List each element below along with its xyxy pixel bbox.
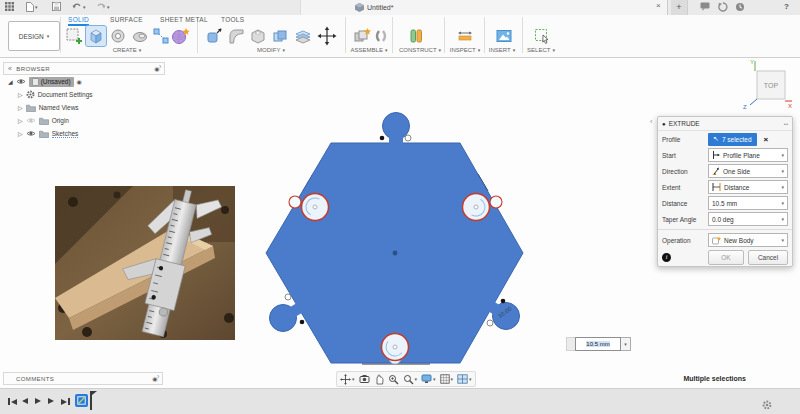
shell-icon[interactable] — [248, 26, 268, 46]
taper-angle-input[interactable]: 0.0 deg ▾ — [708, 212, 788, 226]
insert-image-icon[interactable] — [494, 26, 514, 46]
look-at-tool-icon[interactable] — [359, 374, 370, 384]
eye-visible-icon[interactable] — [26, 130, 36, 137]
display-settings-icon[interactable]: ▾ — [421, 374, 436, 384]
help-icon[interactable]: ? — [784, 2, 789, 11]
view-cube[interactable]: TOP Y X Z — [740, 56, 796, 110]
comment-bubble-icon[interactable] — [700, 2, 710, 11]
group-create[interactable]: CREATE▾ — [64, 47, 190, 53]
browser-root-row[interactable]: ◢ (Unsaved) ◉ — [8, 76, 82, 87]
timeline-sketch-feature[interactable] — [75, 394, 88, 407]
sketch-point-selected[interactable] — [300, 320, 305, 325]
extrude-icon[interactable] — [86, 26, 106, 46]
design-workspace-selector[interactable]: DESIGN▾ — [8, 21, 60, 51]
browser-item-document-settings[interactable]: ▷ Document Settings — [18, 89, 93, 100]
extrude-dialog-header[interactable]: ● EXTRUDE •• — [658, 117, 792, 131]
construct-plane-icon[interactable] — [406, 26, 426, 46]
sketch-point-selected[interactable] — [501, 299, 506, 304]
sketch-point-selected[interactable] — [380, 136, 385, 141]
pattern-points-icon[interactable] — [151, 26, 171, 46]
job-status-icon[interactable] — [718, 2, 728, 12]
group-construct[interactable]: CONSTRUCT▾ — [392, 47, 448, 53]
comments-panel-header[interactable]: COMMENTS ◉ — [3, 372, 163, 385]
dialog-pin-icon[interactable]: •• — [784, 121, 788, 127]
info-icon[interactable]: i — [662, 253, 671, 262]
operation-dropdown[interactable]: New Body ▾ — [708, 233, 788, 247]
redo-icon[interactable]: ▾ — [96, 2, 110, 11]
clear-selection-icon[interactable]: × — [764, 135, 769, 144]
tab-solid[interactable]: SOLID — [68, 16, 89, 26]
pan-tool-icon[interactable] — [374, 374, 384, 385]
activate-radio-icon[interactable]: ◉ — [77, 78, 82, 85]
zoom-window-tool-icon[interactable] — [388, 374, 399, 385]
timeline-step-back-button[interactable] — [22, 398, 28, 404]
extent-dropdown[interactable]: Distance ▾ — [708, 180, 788, 194]
new-tab-icon[interactable]: + — [671, 0, 688, 15]
canvas-distance-input[interactable]: 10.5 mm ▾ — [566, 337, 631, 351]
distance-value-field[interactable]: 10.5 mm — [575, 337, 621, 351]
group-assemble[interactable]: ASSEMBLE▾ — [346, 47, 392, 53]
browser-collapse-icon[interactable]: « — [8, 65, 12, 72]
group-select[interactable]: SELECT▾ — [520, 47, 562, 53]
joint-icon[interactable] — [371, 26, 391, 46]
new-component-icon[interactable] — [352, 26, 372, 46]
expand-icon[interactable]: ▷ — [18, 130, 23, 137]
select-tool-icon[interactable] — [532, 26, 552, 46]
timeline-step-forward-button[interactable] — [48, 398, 54, 404]
group-modify[interactable]: MODIFY▾ — [204, 47, 338, 53]
timeline-go-to-end-button[interactable] — [61, 398, 70, 405]
group-inspect[interactable]: INSPECT▾ — [444, 47, 486, 53]
video-overlay[interactable] — [55, 186, 235, 340]
sketch-point[interactable] — [487, 320, 493, 326]
distance-input[interactable]: 10.5 mm ▾ — [708, 196, 788, 210]
eye-hidden-icon[interactable] — [26, 117, 36, 124]
tab-surface[interactable]: SURFACE — [110, 16, 143, 23]
tab-tools[interactable]: TOOLS — [221, 16, 244, 23]
app-grid-icon[interactable] — [5, 2, 14, 11]
ok-button[interactable]: OK — [708, 250, 744, 265]
browser-expand-chevron-icon[interactable]: › — [159, 63, 161, 70]
expand-icon[interactable]: ▷ — [18, 104, 23, 111]
timeline-play-button[interactable] — [35, 398, 41, 404]
view-cube-top-face[interactable]: TOP — [764, 82, 779, 89]
document-tab-title[interactable]: Untitled* — [355, 3, 393, 12]
recent-clock-icon[interactable] — [735, 2, 745, 12]
grid-layout-icon[interactable]: ▾ — [440, 374, 454, 384]
direction-dropdown[interactable]: One Side ▾ — [708, 164, 788, 178]
measure-icon[interactable] — [455, 26, 475, 46]
dialog-collapse-chevron-icon[interactable]: ‹ — [650, 118, 652, 125]
distance-field-dropdown[interactable]: ▾ — [621, 337, 631, 351]
comments-expand-chevron-icon[interactable]: › — [157, 373, 159, 380]
browser-panel-header[interactable]: « BROWSER ◉ — [3, 62, 165, 75]
browser-item-origin[interactable]: ▷ Origin — [18, 115, 69, 126]
expand-icon[interactable]: ▷ — [18, 117, 23, 124]
eye-visible-icon[interactable] — [16, 78, 26, 85]
cancel-button[interactable]: Cancel — [748, 250, 788, 265]
move-copy-icon[interactable] — [317, 26, 337, 46]
fillet-icon[interactable] — [226, 26, 246, 46]
sketch-point[interactable] — [405, 135, 411, 141]
offset-faces-icon[interactable] — [293, 26, 313, 46]
sweep-icon[interactable] — [130, 26, 150, 46]
timeline-go-to-start-button[interactable] — [8, 398, 17, 405]
combine-icon[interactable] — [270, 26, 290, 46]
profile-selection-chip[interactable]: ↖ 7 selected — [708, 133, 757, 146]
tab-sheet-metal[interactable]: SHEET METAL — [160, 16, 208, 23]
file-dropdown-arrow-icon[interactable]: ▾ — [35, 4, 38, 10]
undo-dropdown-arrow-icon[interactable]: ▾ — [83, 4, 86, 10]
browser-item-sketches[interactable]: ▷ Sketches — [18, 128, 78, 139]
browser-item-named-views[interactable]: ▷ Named Views — [18, 102, 79, 113]
component-filter-icon[interactable]: ◢ — [8, 78, 13, 85]
file-icon[interactable]: ▾ — [26, 2, 38, 12]
root-component-chip[interactable]: (Unsaved) — [29, 77, 74, 87]
sketch-center-point[interactable] — [393, 251, 398, 256]
close-tab-icon[interactable]: × — [656, 1, 661, 10]
undo-icon[interactable]: ▾ — [72, 2, 86, 11]
zoom-tool-icon[interactable]: ▾ — [403, 374, 418, 385]
save-icon[interactable] — [52, 2, 61, 11]
group-insert[interactable]: INSERT▾ — [482, 47, 522, 53]
revolve-icon[interactable] — [108, 26, 128, 46]
sketch-point[interactable] — [285, 294, 291, 300]
timeline-settings-gear-icon[interactable] — [762, 396, 772, 414]
viewports-icon[interactable]: ▾ — [457, 374, 472, 384]
